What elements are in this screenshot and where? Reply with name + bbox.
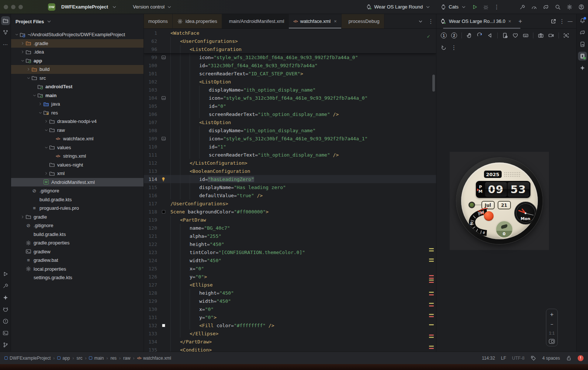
zoom-in-button[interactable]: + <box>550 311 553 318</box>
tree-chevron-icon[interactable] <box>26 67 31 72</box>
tree-item[interactable]: ⊘.gitignore <box>11 186 143 195</box>
device-toolbar-rotate-icon[interactable] <box>477 32 482 38</box>
tool-stripe-problems-icon[interactable] <box>1 317 10 326</box>
tree-item[interactable]: .gradle <box>11 39 143 48</box>
device-toolbar-device-settings-icon[interactable] <box>502 32 508 38</box>
editor-scrollbar-thumb[interactable] <box>432 75 435 92</box>
tool-stripe-more-icon[interactable]: ⋯ <box>1 40 10 49</box>
panel-options-kebab-icon[interactable]: ⋮ <box>559 18 565 25</box>
code-line[interactable]: 107<ListOption <box>144 118 436 126</box>
device-selector[interactable]: Wear OS Large Round <box>366 4 431 10</box>
code-line[interactable]: 115displayName="Has leading zero" <box>144 183 436 191</box>
breadcrumb-item[interactable]: </>watchface.xml <box>137 356 171 361</box>
tree-chevron-icon[interactable] <box>20 49 25 54</box>
device-toolbar-video-icon[interactable] <box>548 32 554 38</box>
editor-tab[interactable]: moptions <box>144 14 173 28</box>
tree-item[interactable]: src <box>11 74 143 83</box>
tool-stripe-running-devices-icon[interactable] <box>578 52 587 61</box>
code-line[interactable]: 126y="0"> <box>144 273 436 281</box>
project-view-header[interactable]: Project Files <box>11 14 143 29</box>
tool-stripe-run-icon[interactable] <box>1 270 10 278</box>
editor-tab[interactable]: main/AndroidManifest.xml <box>222 14 289 28</box>
tree-item[interactable]: build.gradle.kts <box>11 195 143 204</box>
device-screen[interactable]: 2025 P M 09 53 Jul 21 <box>450 152 549 250</box>
code-line[interactable]: 130x="0" <box>144 305 436 313</box>
code-line[interactable]: 119<PartDraw <box>144 216 436 224</box>
code-line[interactable]: 108displayName="ith_option_display_name" <box>144 126 436 134</box>
run-configuration-selector[interactable]: Cats <box>440 4 467 10</box>
breadcrumb-item[interactable]: res <box>110 356 117 361</box>
tree-chevron-icon[interactable] <box>38 110 43 115</box>
editor-tab[interactable]: processDebug <box>342 14 384 28</box>
gutter-swatch-white-icon[interactable] <box>159 324 168 327</box>
tree-chevron-icon[interactable] <box>20 41 25 46</box>
code-line[interactable]: 99icon="style_wfs_312c30bf_f64a_461e_9c9… <box>144 53 436 61</box>
code-line[interactable]: 101screenReaderText="ID_CAT_STEP_OVER"> <box>144 69 436 78</box>
code-line[interactable]: 100id="312c30bf_f64a_461e_9c93_992f2fb7a… <box>144 61 436 69</box>
code-line[interactable]: 133</Ellipse> <box>144 329 436 338</box>
run-button[interactable] <box>472 4 478 10</box>
tree-item[interactable]: xml <box>11 169 143 178</box>
tree-item[interactable]: build.gradle.kts <box>11 230 143 239</box>
tree-item[interactable]: java <box>11 100 143 109</box>
sticky-code-line[interactable]: 96<ListConfiguration <box>144 45 436 53</box>
tool-stripe-terminal-icon[interactable] <box>1 329 10 338</box>
tree-chevron-icon[interactable] <box>26 76 31 80</box>
code-line[interactable]: 135<Condition> <box>144 346 436 352</box>
code-line[interactable]: 123tintColor="[CONFIGURATION.themeColor.… <box>144 248 436 256</box>
window-zoom-button[interactable] <box>18 5 23 9</box>
tree-chevron-icon[interactable] <box>14 32 19 37</box>
tree-item[interactable]: values <box>11 143 143 152</box>
tree-item[interactable]: ≡gradlew.bat <box>11 256 143 265</box>
tree-item[interactable]: main <box>11 91 143 100</box>
tag-icon[interactable] <box>530 355 536 361</box>
build-hammer-icon[interactable] <box>519 4 525 10</box>
add-device-button[interactable]: + <box>519 18 522 25</box>
more-actions-kebab-icon[interactable]: ⋮ <box>494 4 499 10</box>
tree-chevron-icon[interactable] <box>44 145 49 150</box>
code-line[interactable]: 120name="BG_40c7" <box>144 224 436 232</box>
error-notification-badge[interactable]: ! <box>578 355 584 361</box>
indent-widget[interactable]: 4 spaces <box>542 356 560 361</box>
open-in-window-icon[interactable] <box>550 18 556 24</box>
code-line[interactable]: 129width="450" <box>144 297 436 305</box>
search-icon[interactable] <box>555 4 561 10</box>
device-toolbar-kebab-icon[interactable]: ⋮ <box>451 44 457 51</box>
tool-stripe-notifications-icon[interactable] <box>578 16 587 25</box>
device-toolbar-camera-icon[interactable] <box>538 32 544 38</box>
sticky-code-line[interactable]: 62<UserConfigurations> <box>144 37 436 45</box>
code-line[interactable]: 110id="1" <box>144 143 436 151</box>
debug-button[interactable] <box>483 4 489 10</box>
tree-item[interactable]: MAndroidManifest.xml <box>11 178 143 187</box>
gutter-image-icon[interactable] <box>159 96 168 100</box>
tree-chevron-icon[interactable] <box>44 128 49 133</box>
tree-chevron-icon[interactable] <box>44 119 49 124</box>
tree-chevron-icon[interactable] <box>44 171 49 176</box>
sticky-code-line[interactable]: 1<WatchFace <box>144 29 436 37</box>
line-ending-widget[interactable]: LF <box>501 356 506 361</box>
tool-stripe-project-icon[interactable] <box>1 16 10 25</box>
tool-stripe-structure-icon[interactable] <box>1 28 10 37</box>
code-line[interactable]: 118Scene backgroundColor="#ff000000"> <box>144 208 436 216</box>
gradle-sync-icon[interactable] <box>543 4 549 10</box>
tree-chevron-icon[interactable] <box>32 93 37 98</box>
code-line[interactable]: 103displayName="ith_option_display_name" <box>144 86 436 94</box>
device-toolbar-circle-2-icon[interactable]: 2 <box>451 32 457 38</box>
tab-list-chevron-icon[interactable] <box>415 14 426 28</box>
breadcrumb-item[interactable]: main <box>89 356 104 361</box>
code-line[interactable]: 122height="450" <box>144 240 436 248</box>
tool-stripe-gradle-icon[interactable] <box>578 28 587 37</box>
tool-stripe-device-explorer-icon[interactable] <box>578 40 587 49</box>
tree-item[interactable]: .idea <box>11 48 143 56</box>
tree-item[interactable]: </>strings.xml <box>11 152 143 161</box>
code-line[interactable]: 121alpha="255" <box>144 232 436 240</box>
editor-tab[interactable]: </>watchface.xml× <box>289 14 341 28</box>
code-line[interactable]: 102<ListOption <box>144 78 436 86</box>
encoding-widget[interactable]: UTF-8 <box>512 356 525 361</box>
gutter-image-icon[interactable] <box>159 136 168 141</box>
code-line[interactable]: 106screenReaderText="ith_option_display_… <box>144 110 436 118</box>
breadcrumb-item[interactable]: app <box>57 356 70 361</box>
device-toolbar-hand-icon[interactable] <box>466 32 472 38</box>
account-icon[interactable] <box>578 4 584 10</box>
tree-item[interactable]: build <box>11 65 143 74</box>
